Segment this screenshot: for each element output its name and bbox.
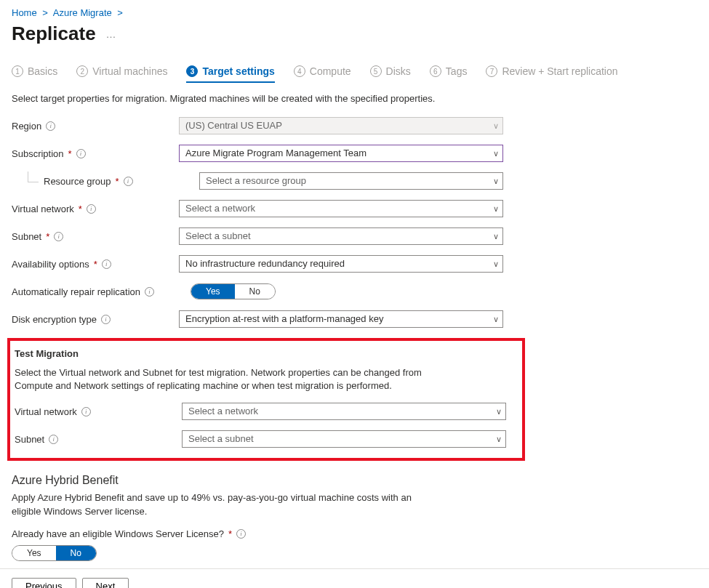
required-indicator: * bbox=[46, 231, 49, 242]
virtual-network-label: Virtual network bbox=[12, 204, 74, 214]
tab-virtual-machines[interactable]: 2 Virtual machines bbox=[76, 65, 167, 83]
tab-review[interactable]: 7 Review + Start replication bbox=[486, 65, 617, 83]
tab-tags[interactable]: 6 Tags bbox=[430, 65, 468, 83]
next-button[interactable]: Next bbox=[82, 578, 129, 588]
more-actions-icon[interactable]: … bbox=[106, 28, 116, 40]
tab-basics[interactable]: 1 Basics bbox=[12, 65, 57, 83]
tab-label: Tags bbox=[446, 65, 468, 77]
test-vnet-select[interactable]: Select a network bbox=[182, 403, 506, 420]
availability-label: Availability options bbox=[12, 259, 89, 270]
info-icon[interactable] bbox=[54, 232, 63, 241]
info-icon[interactable] bbox=[102, 259, 111, 269]
tab-label: Virtual machines bbox=[92, 65, 167, 77]
tab-number: 3 bbox=[186, 65, 198, 77]
disk-encryption-select[interactable]: Encryption at-rest with a platform-manag… bbox=[179, 310, 503, 328]
info-icon[interactable] bbox=[124, 177, 133, 186]
tab-number: 6 bbox=[430, 65, 441, 77]
tab-label: Target settings bbox=[202, 65, 274, 77]
tab-number: 7 bbox=[486, 65, 497, 77]
required-indicator: * bbox=[228, 528, 232, 539]
resource-group-label: Resource group bbox=[44, 176, 111, 187]
test-migration-heading: Test Migration bbox=[15, 348, 513, 359]
region-label: Region bbox=[12, 121, 41, 132]
required-indicator: * bbox=[79, 204, 82, 214]
tab-number: 2 bbox=[76, 65, 88, 77]
page-title: Replicate bbox=[12, 23, 96, 45]
test-vnet-label: Virtual network bbox=[15, 406, 77, 417]
info-icon[interactable] bbox=[236, 529, 246, 539]
info-icon[interactable] bbox=[145, 287, 154, 297]
resource-group-select[interactable]: Select a resource group bbox=[199, 172, 503, 190]
hybrid-license-toggle[interactable]: Yes No bbox=[12, 545, 97, 561]
wizard-footer: Previous Next bbox=[0, 568, 709, 588]
breadcrumb: Home > Azure Migrate > bbox=[12, 7, 697, 18]
region-select: (US) Central US EUAP bbox=[179, 117, 503, 134]
auto-repair-yes[interactable]: Yes bbox=[191, 284, 235, 299]
tab-disks[interactable]: 5 Disks bbox=[370, 65, 411, 83]
tab-instruction: Select target properties for migration. … bbox=[12, 93, 697, 104]
virtual-network-select[interactable]: Select a network bbox=[179, 200, 503, 217]
breadcrumb-separator: > bbox=[39, 7, 51, 18]
tab-label: Review + Start replication bbox=[502, 65, 617, 77]
info-icon[interactable] bbox=[46, 121, 55, 131]
test-subnet-select[interactable]: Select a subnet bbox=[182, 430, 506, 448]
required-indicator: * bbox=[68, 148, 72, 159]
breadcrumb-separator: > bbox=[114, 7, 126, 18]
hybrid-license-no[interactable]: No bbox=[56, 546, 96, 560]
subscription-select[interactable]: Azure Migrate Program Management Team bbox=[179, 145, 503, 162]
tab-label: Disks bbox=[386, 65, 411, 77]
tab-target-settings[interactable]: 3 Target settings bbox=[186, 65, 274, 83]
required-indicator: * bbox=[94, 259, 97, 270]
tab-label: Basics bbox=[28, 65, 57, 77]
tab-label: Compute bbox=[310, 65, 351, 77]
info-icon[interactable] bbox=[81, 407, 91, 416]
test-migration-section: Test Migration Select the Virtual networ… bbox=[7, 338, 525, 461]
subscription-label: Subscription bbox=[12, 148, 64, 159]
auto-repair-toggle[interactable]: Yes No bbox=[191, 283, 276, 299]
test-subnet-label: Subnet bbox=[15, 434, 44, 445]
subnet-select[interactable]: Select a subnet bbox=[179, 227, 503, 245]
tab-compute[interactable]: 4 Compute bbox=[294, 65, 351, 83]
tab-number: 1 bbox=[12, 65, 23, 77]
tab-number: 4 bbox=[294, 65, 305, 77]
hybrid-license-question: Already have an eligible Windows Server … bbox=[12, 528, 224, 539]
tab-number: 5 bbox=[370, 65, 382, 77]
info-icon[interactable] bbox=[87, 204, 96, 214]
breadcrumb-home[interactable]: Home bbox=[12, 7, 37, 18]
hybrid-benefit-description: Apply Azure Hybrid Benefit and save up t… bbox=[12, 491, 419, 517]
auto-repair-label: Automatically repair replication bbox=[12, 286, 140, 297]
disk-encryption-label: Disk encryption type bbox=[12, 314, 97, 325]
hybrid-benefit-heading: Azure Hybrid Benefit bbox=[12, 474, 697, 487]
info-icon[interactable] bbox=[101, 315, 111, 324]
info-icon[interactable] bbox=[49, 435, 58, 444]
info-icon[interactable] bbox=[76, 149, 86, 158]
required-indicator: * bbox=[116, 176, 119, 187]
subnet-label: Subnet bbox=[12, 231, 41, 242]
hybrid-license-yes[interactable]: Yes bbox=[12, 546, 56, 560]
auto-repair-no[interactable]: No bbox=[235, 284, 275, 299]
wizard-tabs: 1 Basics 2 Virtual machines 3 Target set… bbox=[12, 65, 697, 83]
test-migration-description: Select the Virtual network and Subnet fo… bbox=[15, 366, 422, 392]
previous-button[interactable]: Previous bbox=[12, 578, 76, 588]
breadcrumb-azure-migrate[interactable]: Azure Migrate bbox=[53, 7, 112, 18]
availability-select[interactable]: No infrastructure redundancy required bbox=[179, 255, 503, 273]
